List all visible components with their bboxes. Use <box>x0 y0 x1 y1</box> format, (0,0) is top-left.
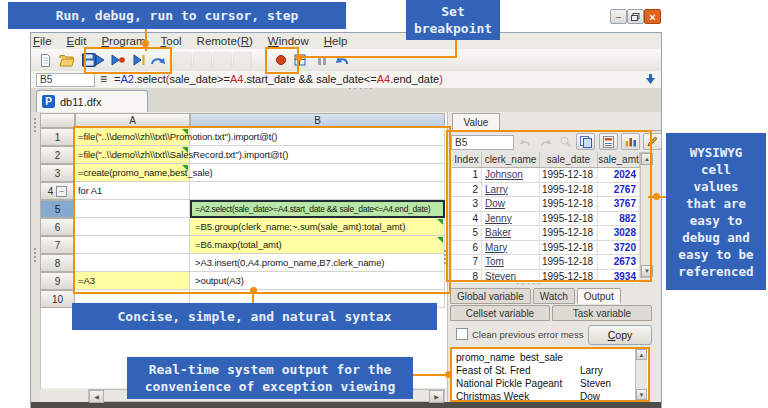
clerk-name-link[interactable]: Dow <box>482 197 540 211</box>
breakpoint-icon[interactable] <box>271 51 290 69</box>
minimize-button[interactable]: – <box>610 9 627 24</box>
clerk-name-link[interactable]: Jenny <box>482 212 540 226</box>
cell-B5[interactable] <box>190 200 445 218</box>
tab-db11-dfx[interactable]: P db11.dfx <box>36 90 148 112</box>
value-table-row[interactable]: 8Steven1995-12-18 ...3934 <box>452 270 640 285</box>
edit-icon[interactable] <box>643 133 662 150</box>
menu-item-edit[interactable]: Edit <box>67 35 87 47</box>
tab-cellset-variable[interactable]: Cellset variable <box>450 305 550 321</box>
cell-A1[interactable] <box>75 128 190 146</box>
column-header-B[interactable]: B <box>190 113 445 128</box>
debug-icon[interactable] <box>108 51 127 69</box>
scroll-up-icon[interactable]: ▲ <box>636 349 647 360</box>
cell-A6[interactable] <box>75 218 190 236</box>
menu-item-tool[interactable]: Tool <box>160 35 181 47</box>
row-header-6[interactable]: 6 <box>40 218 75 236</box>
copy-button[interactable]: Copy <box>588 325 652 345</box>
value-table-row[interactable]: 5Baker1995-12-18 ...3028 <box>452 226 640 241</box>
cell-B6[interactable] <box>190 218 445 236</box>
cell-B7[interactable] <box>190 236 445 254</box>
menu-item-remoter[interactable]: Remote(R) <box>197 35 253 47</box>
step-over-icon[interactable] <box>148 51 167 69</box>
clerk-name-link[interactable]: Tom <box>482 255 540 269</box>
tab-output[interactable]: Output <box>577 288 621 304</box>
menu-item-file[interactable]: File <box>33 35 52 47</box>
row-header-3[interactable]: 3 <box>40 164 75 182</box>
scroll-down-icon[interactable]: ▼ <box>636 389 647 400</box>
cell-A3[interactable] <box>75 164 190 182</box>
cell-A4[interactable] <box>75 182 190 200</box>
cell-B9[interactable] <box>190 272 445 290</box>
scroll-left-icon[interactable]: ◀ <box>89 390 104 403</box>
cell-A7[interactable] <box>75 236 190 254</box>
undo-icon[interactable] <box>332 51 351 69</box>
row-header-5[interactable]: 5 <box>40 200 75 218</box>
new-file-icon[interactable] <box>36 51 55 69</box>
collapse-toggle-icon[interactable]: – <box>56 186 67 197</box>
value-col-header-clerk_name[interactable]: clerk_name <box>482 152 540 167</box>
formula-expression[interactable]: =A2.select(sale_date>=A4.start_date && s… <box>114 73 443 86</box>
menu-item-help[interactable]: Help <box>324 35 348 47</box>
value-table-scrollbar[interactable]: ▲ ▼ <box>640 152 652 278</box>
clerk-name-link[interactable]: Mary <box>482 241 540 255</box>
row-header-4[interactable]: 4– <box>40 182 75 200</box>
value-col-header-sale_amt[interactable]: sale_amt <box>598 152 640 167</box>
cell-A8[interactable] <box>75 254 190 272</box>
value-table-row[interactable]: 3Dow1995-12-18 ...3767 <box>452 197 640 212</box>
row-header-8[interactable]: 8 <box>40 254 75 272</box>
restore-button[interactable] <box>627 9 644 24</box>
cell-B3[interactable] <box>190 164 445 182</box>
cell-B1[interactable] <box>190 128 445 146</box>
cell-B4[interactable] <box>190 182 445 200</box>
run-icon[interactable] <box>89 51 108 69</box>
menu-item-window[interactable]: Window <box>268 35 309 47</box>
value-table-row[interactable]: 6Mary1995-12-18 ...3720 <box>452 241 640 256</box>
expand-formula-icon[interactable]: ≡ <box>97 72 110 86</box>
value-splitter-dots[interactable]: ····· <box>516 281 543 287</box>
output-scrollbar[interactable]: ▲ ▼ <box>635 349 647 400</box>
cell-B8[interactable] <box>190 254 445 272</box>
menu-item-program[interactable]: Program <box>101 35 145 47</box>
cell-A5[interactable] <box>75 200 190 218</box>
tab-task-variable[interactable]: Task variable <box>552 305 652 321</box>
clean-error-checkbox[interactable] <box>456 328 468 340</box>
value-table-row[interactable]: 2Larry1995-12-18 ...2767 <box>452 183 640 198</box>
cell-A2[interactable] <box>75 146 190 164</box>
redo-icon[interactable] <box>536 133 555 150</box>
tab-value[interactable]: Value <box>452 113 500 131</box>
value-cell-reference[interactable]: B5 <box>451 135 514 150</box>
undo-icon[interactable] <box>515 133 534 150</box>
row-header-10[interactable]: 10 <box>40 290 75 308</box>
tab-watch[interactable]: Watch <box>533 288 575 304</box>
row-header-2[interactable]: 2 <box>40 146 75 164</box>
row-header-1[interactable]: 1 <box>40 128 75 146</box>
chart-icon[interactable] <box>621 133 640 150</box>
output-console[interactable]: promo_namebest_saleFeast of St. FredLarr… <box>450 347 650 402</box>
splitter-handle-dots[interactable]: ····· <box>348 86 375 92</box>
cell-A9[interactable] <box>75 272 190 290</box>
value-col-header-Index[interactable]: Index <box>452 152 482 167</box>
value-table-row[interactable]: 4Jenny1995-12-18 ...882 <box>452 212 640 227</box>
clerk-name-link[interactable]: Baker <box>482 226 540 240</box>
run-to-cursor-icon[interactable] <box>129 51 148 69</box>
copy-icon[interactable] <box>576 133 595 150</box>
open-file-icon[interactable] <box>57 51 76 69</box>
row-header-9[interactable]: 9 <box>40 272 75 290</box>
scroll-down-icon[interactable]: ▼ <box>641 265 653 277</box>
clerk-name-link[interactable]: Larry <box>482 183 540 197</box>
grid-corner-cell[interactable] <box>40 113 75 128</box>
value-table-row[interactable]: 1Johnson1995-12-18 ...2024 <box>452 168 640 183</box>
value-table-row[interactable]: 7Tom1995-12-18 ...2673 <box>452 255 640 270</box>
panel-splitter-dots[interactable] <box>444 250 446 264</box>
cell-reference-box[interactable]: B5 <box>36 73 95 87</box>
cell-B2[interactable] <box>190 146 445 164</box>
pause-icon[interactable] <box>312 51 331 69</box>
column-header-A[interactable]: A <box>75 113 190 128</box>
clerk-name-link[interactable]: Johnson <box>482 168 540 182</box>
report-icon[interactable] <box>599 133 618 150</box>
close-button[interactable]: × <box>644 9 661 24</box>
search-icon[interactable] <box>556 133 575 150</box>
scroll-up-icon[interactable]: ▲ <box>641 153 653 165</box>
scroll-right-icon[interactable]: ▶ <box>429 390 444 403</box>
value-col-header-sale_date[interactable]: sale_date <box>540 152 598 167</box>
